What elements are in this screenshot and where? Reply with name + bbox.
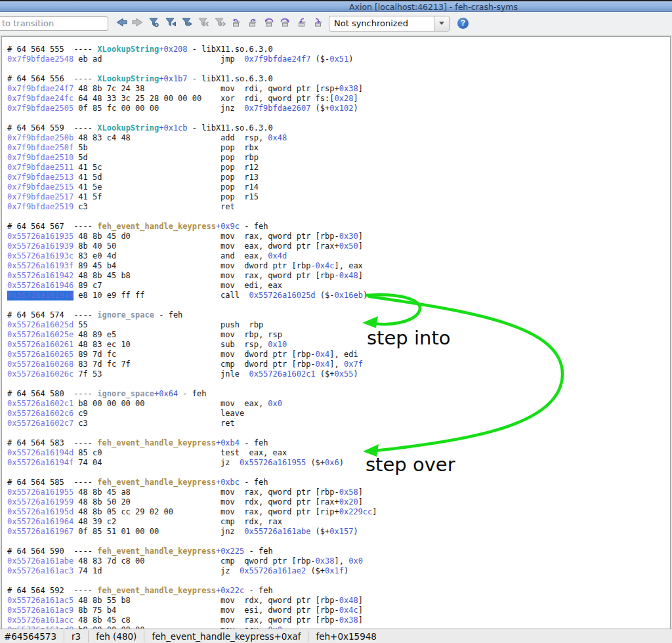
instruction-row[interactable]: 0x55726a1619670f 85 51 01 00 00jnz 0x557… <box>7 527 670 537</box>
sync-mode-dropdown[interactable]: Not synchronized <box>329 16 450 31</box>
status-recording: r3 <box>64 631 88 642</box>
instruction-row[interactable]: 0x55726a16194248 8b 45 b8mov rax, qword … <box>7 271 670 281</box>
filter-prev-button[interactable] <box>162 15 178 32</box>
instruction-bytes: 48 8b 50 20 <box>78 497 220 507</box>
instruction-row[interactable]: 0x55726a161ac548 8b 55 b8mov rdx, qword … <box>7 596 670 606</box>
instruction-text: mov eax, 0x0 <box>220 399 282 408</box>
instruction-text: mov esi, dword ptr [rbp-0x4c] <box>220 606 363 615</box>
instruction-text: add rsp, 0x48 <box>220 133 287 142</box>
disasm-block: # 64 564 592 ---- feh_event_handle_keypr… <box>7 586 670 629</box>
instruction-address: 0x7f9bfdae250f <box>7 143 74 153</box>
instruction-text: mov rbp, rsp <box>220 330 282 339</box>
instruction-row[interactable]: 0x55726a16194f74 04jz 0x55726a161955 ($+… <box>7 458 670 468</box>
instruction-row[interactable]: 0x7f9bfdae251341 5dpop r13 <box>7 173 670 182</box>
instruction-row[interactable]: 0x55726a16195d48 8b 05 cc 29 02 00mov ra… <box>7 507 670 517</box>
instruction-row[interactable]: 0x55726a16026883 7d fc 7fcmp dword ptr [… <box>7 360 670 369</box>
instruction-text: pop r15 <box>220 192 259 201</box>
disasm-block: # 64 564 574 ---- ignore_space - feh0x55… <box>7 310 670 379</box>
instruction-row[interactable]: 0x55726a161ac98b 75 b4mov esi, dword ptr… <box>7 606 670 615</box>
dropdown-arrow-button[interactable] <box>434 16 449 31</box>
block-header: # 64 564 580 ---- ignore_space+0x64 - fe… <box>7 389 670 399</box>
instruction-row[interactable]: 0x55726a16195548 8b 45 a8mov rax, qword … <box>7 487 670 497</box>
instruction-row[interactable]: 0x55726a1602c7c3ret <box>7 419 670 428</box>
funnel-gear-icon <box>148 16 160 30</box>
filter-settings-button[interactable] <box>146 15 162 32</box>
disasm-block: # 64 564 590 ---- feh_event_handle_keypr… <box>7 547 670 576</box>
instruction-row[interactable]: 0x55726a16025d55push rbp <box>7 320 670 330</box>
instruction-address: 0x7f9bfdae2505 <box>7 104 74 114</box>
instruction-text: ret <box>220 202 235 211</box>
instruction-row[interactable]: 0x7f9bfdae251741 5fpop r15 <box>7 192 670 202</box>
instruction-row[interactable]: 0x55726a16194689 c7mov edi, eax <box>7 281 670 291</box>
instruction-row[interactable]: 0x55726a16025e48 89 e5mov rbp, rsp <box>7 330 670 340</box>
instruction-bytes: 48 8b 45 c8 <box>78 615 220 625</box>
instruction-row[interactable]: 0x55726a16196448 39 c2cmp rdx, rax <box>7 517 670 527</box>
instruction-row[interactable]: 0x7f9bfdae24f748 8b 7c 24 38mov rdi, qwo… <box>7 84 670 94</box>
instruction-row[interactable]: 0x7f9bfdae250b48 83 c4 48add rsp, 0x48 <box>7 133 670 143</box>
instruction-row[interactable]: 0x55726a16026589 7d fcmov dword ptr [rbp… <box>7 350 670 360</box>
instruction-row[interactable]: 0x55726a161acc48 8b 45 c8mov rax, qword … <box>7 615 670 625</box>
step-over-forward-button[interactable] <box>277 15 293 32</box>
instruction-row[interactable]: 0x55726a16194d85 c0test eax, eax <box>7 448 670 458</box>
arrow-right-icon <box>131 16 145 30</box>
instruction-text: cmp rdx, rax <box>220 517 282 526</box>
block-header: # 64 564 592 ---- feh_event_handle_keypr… <box>7 586 670 596</box>
instruction-bytes: 41 5c <box>78 163 220 173</box>
instruction-bytes: 48 8b 45 d0 <box>78 232 220 241</box>
step-out-forward-button[interactable] <box>244 15 261 32</box>
disasm-block: # 64 564 580 ---- ignore_space+0x64 - fe… <box>7 389 670 428</box>
instruction-text: pop rbx <box>220 143 259 152</box>
instruction-address: 0x55726a16194d <box>7 448 74 458</box>
goto-transition-input[interactable] <box>0 16 108 31</box>
instruction-row[interactable]: 0x7f9bfdae250f5bpop rbx <box>7 143 670 153</box>
instruction-text: jnz 0x7f9bfdae2607 ($+0x102) <box>220 104 358 113</box>
instruction-row[interactable]: 0x7f9bfdae25050f 85 fc 00 00 00jnz 0x7f9… <box>7 104 670 114</box>
instruction-bytes: 5d <box>78 153 220 163</box>
instruction-text: mov rdi, qword ptr [rsp+0x38] <box>220 84 363 93</box>
filter-next-button[interactable] <box>178 15 195 32</box>
instruction-address: 0x7f9bfdae2517 <box>7 192 74 202</box>
instruction-bytes: 48 39 c2 <box>78 517 220 527</box>
instruction-bytes: 8b 40 50 <box>78 241 220 251</box>
instruction-text: mov edi, eax <box>220 281 282 290</box>
step-out-back-button[interactable] <box>228 15 244 32</box>
instruction-address: 0x7f9bfdae250b <box>7 133 74 143</box>
instruction-row[interactable]: 0x55726a1602c1b8 00 00 00 00mov eax, 0x0 <box>7 399 670 409</box>
instruction-text: leave <box>220 409 244 418</box>
instruction-row[interactable]: 0x55726a16026c7f 53jnle 0x55726a1602c1 (… <box>7 369 670 379</box>
instruction-address: 0x55726a16194f <box>7 458 74 468</box>
instruction-row[interactable]: 0x55726a16026148 83 ec 10sub rsp, 0x10 <box>7 340 670 350</box>
funnel-right-icon <box>181 16 193 30</box>
box-arrow-in-left-icon <box>296 17 307 30</box>
disasm-block: # 64 564 556 ---- XLookupString+0x1b7 - … <box>7 74 670 114</box>
instruction-row[interactable]: 0x7f9bfdae251541 5epop r14 <box>7 182 670 192</box>
instruction-bytes: c9 <box>78 409 220 419</box>
instruction-text: pop r13 <box>220 173 259 182</box>
instruction-row[interactable]: 0x55726a16193c83 e0 4dand eax, 0x4d <box>7 251 670 261</box>
instruction-text: mov rdx, qword ptr [rax+0x20] <box>220 497 363 507</box>
instruction-address: 0x55726a1602c1 <box>7 399 74 409</box>
box-arrow-over-left-icon <box>263 17 274 30</box>
instruction-row[interactable]: 0x7f9bfdae251141 5cpop r12 <box>7 163 670 173</box>
instruction-row[interactable]: 0x7f9bfdae25105dpop rbp <box>7 153 670 163</box>
instruction-row[interactable]: 0x55726a1602c6c9leave <box>7 409 670 419</box>
instruction-row[interactable]: 0x55726a1619398b 40 50mov eax, dword ptr… <box>7 241 670 251</box>
step-over-back-button[interactable] <box>261 15 277 32</box>
instruction-row[interactable]: 0x55726a161948e8 10 e9 ff ffcall 0x55726… <box>7 291 670 301</box>
instruction-row[interactable]: 0x55726a16193f89 45 b4mov dword ptr [rbp… <box>7 261 670 271</box>
instruction-address: 0x55726a161946 <box>7 281 74 291</box>
instruction-row[interactable]: 0x7f9bfdae2548eb adjmp 0x7f9bfdae24f7 ($… <box>7 54 670 64</box>
back-button[interactable] <box>113 15 129 32</box>
instruction-row[interactable]: 0x55726a161abe48 83 7d c8 00cmp qword pt… <box>7 556 670 566</box>
instruction-row[interactable]: 0x55726a16193548 8b 45 d0mov rax, qword … <box>7 232 670 241</box>
step-into-back-button[interactable] <box>293 15 310 32</box>
instruction-row[interactable]: 0x55726a16195948 8b 50 20mov rdx, qword … <box>7 497 670 507</box>
instruction-row[interactable]: 0x7f9bfdae24fc64 48 33 3c 25 28 00 00 00… <box>7 94 670 104</box>
step-into-forward-button[interactable] <box>310 15 326 32</box>
disassembly-view[interactable]: # 64 564 555 ---- XLookupString+0x208 - … <box>1 36 671 629</box>
instruction-row[interactable]: 0x55726a161ac374 1djz 0x55726a161ae2 ($+… <box>7 566 670 576</box>
instruction-text: jnle 0x55726a1602c1 ($+0x55) <box>220 369 358 379</box>
instruction-bytes: 41 5f <box>78 192 220 202</box>
instruction-row[interactable]: 0x7f9bfdae2519c3ret <box>7 202 670 212</box>
help-button[interactable]: ? <box>457 18 469 29</box>
